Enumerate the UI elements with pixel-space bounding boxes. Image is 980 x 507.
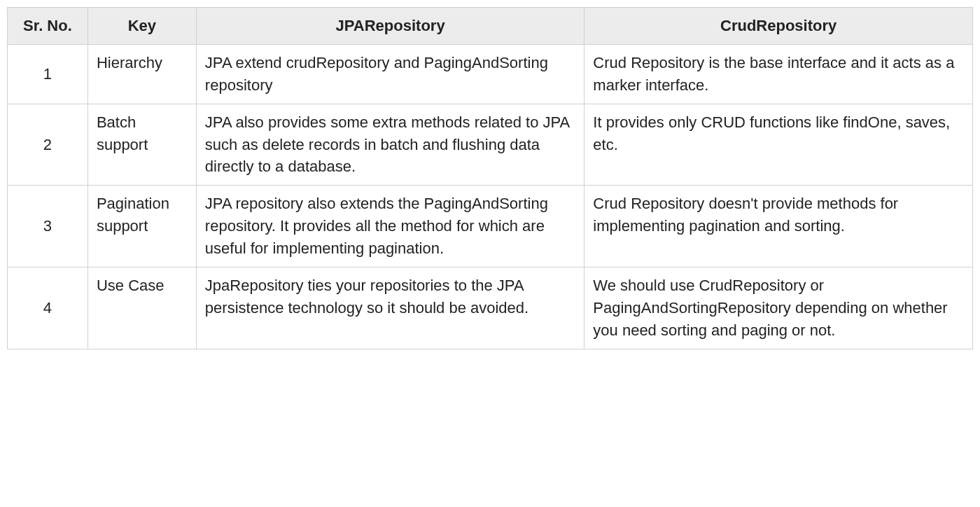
table-row: 4 Use Case JpaRepository ties your repos… [8, 268, 973, 349]
header-key: Key [88, 8, 196, 45]
table-row: 3 Pagination support JPA repository also… [8, 186, 973, 268]
cell-crud: Crud Repository doesn't provide methods … [584, 186, 973, 268]
cell-key: Batch support [88, 104, 196, 186]
table-row: 2 Batch support JPA also provides some e… [8, 104, 973, 186]
header-crud: CrudRepository [584, 8, 973, 45]
cell-key: Pagination support [88, 186, 196, 268]
table-header-row: Sr. No. Key JPARepository CrudRepository [8, 8, 973, 45]
cell-crud: Crud Repository is the base interface an… [584, 44, 973, 104]
cell-crud: We should use CrudRepository or PagingAn… [584, 268, 973, 349]
cell-srno: 2 [8, 104, 88, 186]
cell-jpa: JPA also provides some extra methods rel… [196, 104, 584, 186]
cell-crud: It provides only CRUD functions like fin… [584, 104, 973, 186]
table-row: 1 Hierarchy JPA extend crudRepository an… [8, 44, 973, 104]
cell-jpa: JpaRepository ties your repositories to … [196, 268, 584, 349]
cell-srno: 3 [8, 186, 88, 268]
cell-srno: 1 [8, 44, 88, 104]
header-jpa: JPARepository [196, 8, 584, 45]
cell-key: Hierarchy [88, 44, 196, 104]
comparison-table: Sr. No. Key JPARepository CrudRepository… [7, 7, 973, 349]
cell-srno: 4 [8, 268, 88, 349]
cell-jpa: JPA extend crudRepository and PagingAndS… [196, 44, 584, 104]
cell-jpa: JPA repository also extends the PagingAn… [196, 186, 584, 268]
cell-key: Use Case [88, 268, 196, 349]
header-srno: Sr. No. [8, 8, 88, 45]
